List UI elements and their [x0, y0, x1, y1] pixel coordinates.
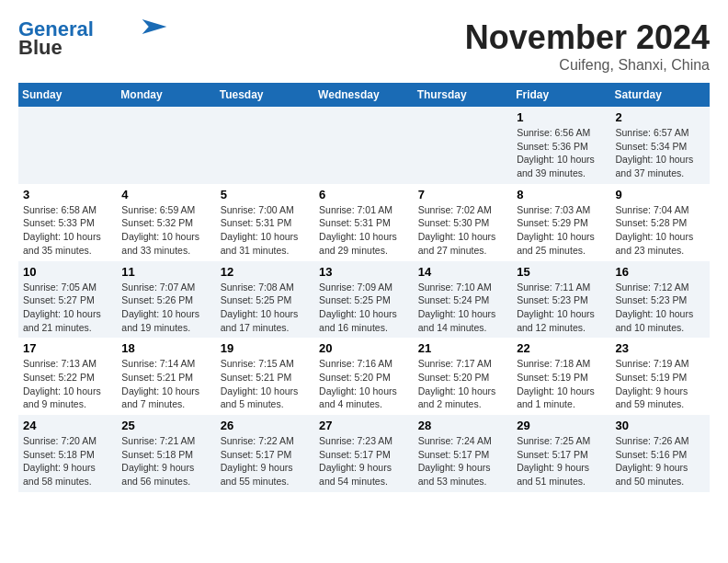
day-number: 3: [23, 188, 112, 201]
calendar-cell: 1Sunrise: 6:56 AM Sunset: 5:36 PM Daylig…: [512, 107, 610, 184]
day-info: Sunrise: 7:11 AM Sunset: 5:23 PM Dayligh…: [517, 281, 606, 335]
calendar-cell: 11Sunrise: 7:07 AM Sunset: 5:26 PM Dayli…: [117, 261, 215, 339]
day-number: 10: [23, 265, 112, 279]
calendar-cell: 22Sunrise: 7:18 AM Sunset: 5:19 PM Dayli…: [512, 338, 610, 415]
day-info: Sunrise: 7:24 AM Sunset: 5:17 PM Dayligh…: [418, 434, 507, 488]
day-info: Sunrise: 7:03 AM Sunset: 5:29 PM Dayligh…: [517, 203, 606, 258]
title-section: November 2024 Cuifeng, Shanxi, China: [465, 18, 710, 74]
week-row-2: 3Sunrise: 6:58 AM Sunset: 5:33 PM Daylig…: [18, 184, 710, 261]
day-number: 12: [221, 265, 310, 279]
calendar-cell: 23Sunrise: 7:19 AM Sunset: 5:19 PM Dayli…: [611, 338, 710, 415]
logo-icon: [142, 19, 167, 34]
week-row-3: 10Sunrise: 7:05 AM Sunset: 5:27 PM Dayli…: [18, 261, 710, 339]
day-info: Sunrise: 6:59 AM Sunset: 5:32 PM Dayligh…: [121, 203, 210, 258]
day-number: 13: [319, 265, 409, 279]
calendar-cell: 2Sunrise: 6:57 AM Sunset: 5:34 PM Daylig…: [611, 107, 710, 184]
day-number: 5: [221, 188, 310, 201]
weekday-header-sunday: Sunday: [18, 83, 117, 107]
day-number: 20: [319, 341, 409, 355]
calendar-cell: 16Sunrise: 7:12 AM Sunset: 5:23 PM Dayli…: [611, 261, 710, 339]
day-number: 4: [121, 188, 210, 201]
calendar-cell: 18Sunrise: 7:14 AM Sunset: 5:21 PM Dayli…: [117, 338, 215, 415]
calendar-cell: 5Sunrise: 7:00 AM Sunset: 5:31 PM Daylig…: [216, 184, 314, 261]
day-number: 9: [616, 188, 705, 201]
calendar-cell: 30Sunrise: 7:26 AM Sunset: 5:16 PM Dayli…: [611, 415, 710, 492]
calendar-cell: 20Sunrise: 7:16 AM Sunset: 5:20 PM Dayli…: [314, 338, 414, 415]
week-row-5: 24Sunrise: 7:20 AM Sunset: 5:18 PM Dayli…: [18, 415, 710, 492]
day-number: 7: [418, 188, 507, 201]
calendar-cell: 4Sunrise: 6:59 AM Sunset: 5:32 PM Daylig…: [117, 184, 215, 261]
day-info: Sunrise: 7:15 AM Sunset: 5:21 PM Dayligh…: [221, 357, 310, 411]
calendar-cell: [414, 107, 512, 184]
day-number: 27: [319, 419, 409, 432]
day-info: Sunrise: 7:01 AM Sunset: 5:31 PM Dayligh…: [319, 203, 409, 258]
day-number: 14: [418, 265, 507, 279]
day-number: 1: [517, 110, 606, 124]
calendar-cell: 28Sunrise: 7:24 AM Sunset: 5:17 PM Dayli…: [414, 415, 512, 492]
day-info: Sunrise: 7:05 AM Sunset: 5:27 PM Dayligh…: [23, 281, 112, 335]
day-info: Sunrise: 7:18 AM Sunset: 5:19 PM Dayligh…: [517, 357, 606, 411]
weekday-header-row: SundayMondayTuesdayWednesdayThursdayFrid…: [18, 83, 710, 107]
calendar-cell: 13Sunrise: 7:09 AM Sunset: 5:25 PM Dayli…: [314, 261, 414, 339]
day-number: 26: [221, 419, 310, 432]
day-info: Sunrise: 7:23 AM Sunset: 5:17 PM Dayligh…: [319, 434, 409, 488]
day-number: 11: [121, 265, 210, 279]
calendar-cell: 12Sunrise: 7:08 AM Sunset: 5:25 PM Dayli…: [216, 261, 314, 339]
day-info: Sunrise: 6:58 AM Sunset: 5:33 PM Dayligh…: [23, 203, 112, 258]
day-info: Sunrise: 7:19 AM Sunset: 5:19 PM Dayligh…: [616, 357, 705, 411]
calendar-cell: 27Sunrise: 7:23 AM Sunset: 5:17 PM Dayli…: [314, 415, 414, 492]
day-info: Sunrise: 7:25 AM Sunset: 5:17 PM Dayligh…: [517, 434, 606, 488]
day-info: Sunrise: 7:02 AM Sunset: 5:30 PM Dayligh…: [418, 203, 507, 258]
calendar-cell: 3Sunrise: 6:58 AM Sunset: 5:33 PM Daylig…: [18, 184, 117, 261]
week-row-1: 1Sunrise: 6:56 AM Sunset: 5:36 PM Daylig…: [18, 107, 710, 184]
day-number: 21: [418, 341, 507, 355]
day-info: Sunrise: 7:21 AM Sunset: 5:18 PM Dayligh…: [121, 434, 210, 488]
day-info: Sunrise: 7:14 AM Sunset: 5:21 PM Dayligh…: [121, 357, 210, 411]
weekday-header-thursday: Thursday: [414, 83, 512, 107]
calendar-cell: [216, 107, 314, 184]
calendar-cell: 14Sunrise: 7:10 AM Sunset: 5:24 PM Dayli…: [414, 261, 512, 339]
day-info: Sunrise: 7:26 AM Sunset: 5:16 PM Dayligh…: [616, 434, 705, 488]
day-number: 17: [23, 341, 112, 355]
calendar-cell: 9Sunrise: 7:04 AM Sunset: 5:28 PM Daylig…: [611, 184, 710, 261]
day-info: Sunrise: 7:04 AM Sunset: 5:28 PM Dayligh…: [616, 203, 705, 258]
day-info: Sunrise: 7:09 AM Sunset: 5:25 PM Dayligh…: [319, 281, 409, 335]
calendar-cell: 17Sunrise: 7:13 AM Sunset: 5:22 PM Dayli…: [18, 338, 117, 415]
day-number: 16: [616, 265, 705, 279]
day-info: Sunrise: 7:20 AM Sunset: 5:18 PM Dayligh…: [23, 434, 112, 488]
calendar-cell: 10Sunrise: 7:05 AM Sunset: 5:27 PM Dayli…: [18, 261, 117, 339]
day-number: 22: [517, 341, 606, 355]
calendar-table: SundayMondayTuesdayWednesdayThursdayFrid…: [18, 83, 710, 492]
day-info: Sunrise: 7:22 AM Sunset: 5:17 PM Dayligh…: [221, 434, 310, 488]
logo: General Blue: [18, 18, 167, 59]
day-number: 23: [616, 341, 705, 355]
weekday-header-monday: Monday: [117, 83, 215, 107]
calendar-cell: 8Sunrise: 7:03 AM Sunset: 5:29 PM Daylig…: [512, 184, 610, 261]
day-number: 24: [23, 419, 112, 432]
day-info: Sunrise: 7:08 AM Sunset: 5:25 PM Dayligh…: [221, 281, 310, 335]
day-info: Sunrise: 7:13 AM Sunset: 5:22 PM Dayligh…: [23, 357, 112, 411]
calendar-cell: 24Sunrise: 7:20 AM Sunset: 5:18 PM Dayli…: [18, 415, 117, 492]
day-info: Sunrise: 7:07 AM Sunset: 5:26 PM Dayligh…: [121, 281, 210, 335]
calendar-cell: 29Sunrise: 7:25 AM Sunset: 5:17 PM Dayli…: [512, 415, 610, 492]
calendar-cell: [18, 107, 117, 184]
day-info: Sunrise: 7:10 AM Sunset: 5:24 PM Dayligh…: [418, 281, 507, 335]
day-number: 15: [517, 265, 606, 279]
svg-marker-0: [142, 19, 167, 34]
day-info: Sunrise: 6:57 AM Sunset: 5:34 PM Dayligh…: [616, 126, 705, 180]
logo-text-blue: Blue: [18, 37, 63, 59]
day-number: 28: [418, 419, 507, 432]
weekday-header-tuesday: Tuesday: [216, 83, 314, 107]
day-info: Sunrise: 7:16 AM Sunset: 5:20 PM Dayligh…: [319, 357, 409, 411]
day-info: Sunrise: 7:12 AM Sunset: 5:23 PM Dayligh…: [616, 281, 705, 335]
location-subtitle: Cuifeng, Shanxi, China: [465, 57, 710, 74]
day-number: 2: [616, 110, 705, 124]
calendar-cell: 21Sunrise: 7:17 AM Sunset: 5:20 PM Dayli…: [414, 338, 512, 415]
calendar-cell: 26Sunrise: 7:22 AM Sunset: 5:17 PM Dayli…: [216, 415, 314, 492]
day-number: 6: [319, 188, 409, 201]
day-number: 8: [517, 188, 606, 201]
weekday-header-saturday: Saturday: [611, 83, 710, 107]
calendar-cell: [117, 107, 215, 184]
calendar-cell: 25Sunrise: 7:21 AM Sunset: 5:18 PM Dayli…: [117, 415, 215, 492]
weekday-header-wednesday: Wednesday: [314, 83, 414, 107]
